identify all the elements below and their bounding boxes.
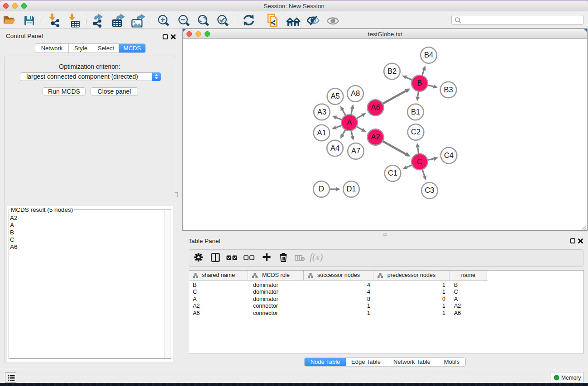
svg-text:C1: C1 [388,169,397,177]
svg-text:B1: B1 [411,107,420,115]
svg-text:A3: A3 [317,107,326,115]
svg-text:A2: A2 [371,133,380,141]
svg-text:D1: D1 [346,185,356,193]
svg-text:C: C [417,157,422,165]
svg-text:C2: C2 [411,128,421,136]
svg-text:A5: A5 [330,92,339,100]
svg-text:B2: B2 [387,67,397,75]
svg-text:A7: A7 [351,147,360,155]
svg-text:A8: A8 [351,89,360,97]
svg-text:B3: B3 [444,85,453,93]
svg-text:A4: A4 [330,143,339,152]
svg-text:B: B [417,79,422,87]
svg-text:A: A [347,118,352,126]
svg-text:C3: C3 [425,186,434,194]
svg-text:C4: C4 [444,151,454,159]
svg-text:A1: A1 [317,128,326,136]
svg-text:A6: A6 [371,103,380,111]
svg-text:D: D [319,185,324,193]
svg-text:B4: B4 [424,51,433,59]
